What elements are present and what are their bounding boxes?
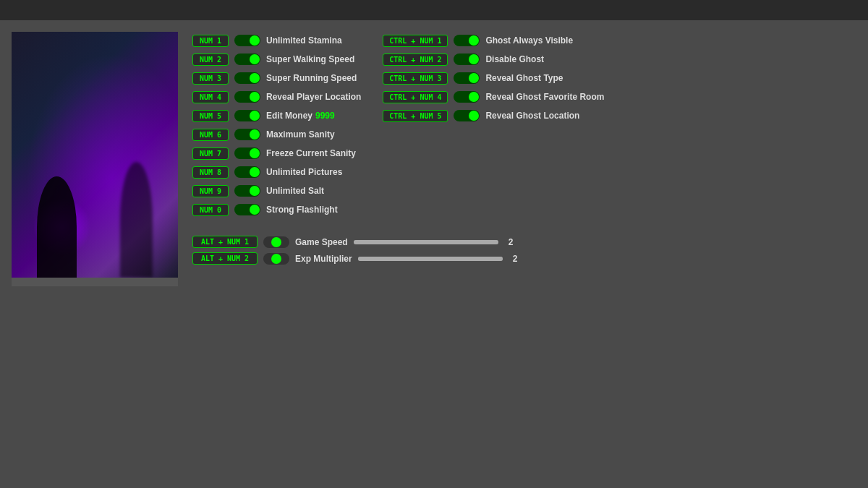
feature-label: Disable Ghost	[485, 54, 544, 64]
feature-label: Reveal Ghost Location	[485, 111, 579, 121]
slider-toggle[interactable]	[263, 253, 289, 265]
key-badge[interactable]: NUM 0	[192, 204, 229, 216]
feature-label: Reveal Player Location	[266, 92, 361, 102]
toggle-switch[interactable]	[234, 53, 260, 65]
hotkey-row-left-9: NUM 0Strong Flashlight	[192, 201, 361, 218]
trainer-label	[12, 278, 178, 286]
toggle-switch[interactable]	[234, 91, 260, 103]
hotkey-row-left-3: NUM 4Reveal Player Location	[192, 88, 361, 106]
silhouette-2	[120, 162, 153, 278]
toggle-knob	[271, 237, 281, 247]
toggle-switch[interactable]	[234, 185, 260, 197]
close-button[interactable]	[848, 3, 862, 17]
hotkey-row-left-1: NUM 2Super Walking Speed	[192, 51, 361, 68]
feature-label: Edit Money9999	[266, 111, 335, 121]
controls-area: NUM 1Unlimited StaminaNUM 2Super Walking…	[192, 32, 856, 286]
slider-fill	[354, 240, 498, 244]
sliders-section: ALT + NUM 1Game Speed2ALT + NUM 2Exp Mul…	[192, 236, 856, 265]
toggle-knob	[250, 35, 260, 46]
feature-label: Unlimited Stamina	[266, 35, 342, 46]
left-column: NUM 1Unlimited StaminaNUM 2Super Walking…	[192, 32, 361, 218]
toggle-knob	[469, 35, 479, 46]
key-badge-wide[interactable]: CTRL + NUM 1	[383, 35, 448, 47]
feature-label: Ghost Always Visible	[485, 35, 573, 46]
toggle-knob	[250, 167, 260, 177]
toggle-switch[interactable]	[454, 35, 480, 46]
slider-fill	[358, 257, 503, 261]
key-badge[interactable]: NUM 4	[192, 91, 229, 103]
slider-value: 2	[513, 254, 518, 264]
toggle-switch[interactable]	[234, 166, 260, 178]
money-value: 9999	[315, 111, 335, 121]
key-badge[interactable]: NUM 5	[192, 110, 229, 122]
hotkey-row-left-5: NUM 6Maximum Sanity	[192, 126, 361, 143]
toggle-knob	[250, 111, 260, 121]
title-bar	[0, 0, 868, 20]
hotkey-row-left-2: NUM 3Super Running Speed	[192, 69, 361, 87]
key-badge[interactable]: NUM 1	[192, 35, 229, 47]
toggle-switch[interactable]	[234, 72, 260, 84]
toggle-knob	[250, 73, 260, 83]
game-sidebar	[12, 32, 178, 286]
hotkeys-grid: NUM 1Unlimited StaminaNUM 2Super Walking…	[192, 32, 856, 218]
toggle-knob	[469, 73, 479, 83]
hotkey-row-left-6: NUM 7Freeze Current Sanity	[192, 145, 361, 162]
key-badge[interactable]: NUM 2	[192, 53, 229, 66]
slider-track[interactable]	[358, 257, 503, 261]
key-badge-wide[interactable]: CTRL + NUM 2	[383, 53, 448, 66]
feature-label: Strong Flashlight	[266, 205, 338, 215]
key-badge[interactable]: NUM 7	[192, 147, 229, 160]
hotkey-row-left-7: NUM 8Unlimited Pictures	[192, 163, 361, 181]
feature-label: Unlimited Pictures	[266, 167, 342, 177]
feature-label: Reveal Ghost Type	[485, 73, 563, 83]
hotkey-row-left-4: NUM 5Edit Money9999	[192, 107, 361, 124]
slider-row-1: ALT + NUM 2Exp Multiplier2	[192, 252, 856, 265]
toggle-switch[interactable]	[454, 72, 480, 84]
toggle-switch[interactable]	[454, 91, 480, 103]
feature-label: Reveal Ghost Favorite Room	[485, 92, 604, 102]
toggle-switch[interactable]	[234, 129, 260, 140]
toggle-switch[interactable]	[454, 53, 480, 65]
toggle-switch[interactable]	[234, 110, 260, 121]
feature-label: Unlimited Salt	[266, 186, 324, 196]
slider-label: Game Speed	[295, 237, 348, 247]
key-badge[interactable]: NUM 9	[192, 185, 229, 197]
slider-toggle[interactable]	[263, 236, 289, 248]
right-column: CTRL + NUM 1Ghost Always VisibleCTRL + N…	[383, 32, 604, 218]
hotkey-row-right-0: CTRL + NUM 1Ghost Always Visible	[383, 32, 604, 49]
toggle-switch[interactable]	[234, 35, 260, 46]
key-badge-wide[interactable]: CTRL + NUM 5	[383, 110, 448, 122]
toggle-knob	[250, 54, 260, 64]
key-badge[interactable]: NUM 8	[192, 166, 229, 179]
hotkey-row-right-3: CTRL + NUM 4Reveal Ghost Favorite Room	[383, 88, 604, 106]
toggle-knob	[469, 111, 479, 121]
toggle-knob	[469, 92, 479, 102]
game-artwork	[12, 32, 178, 278]
toggle-knob	[271, 254, 281, 264]
slider-label: Exp Multiplier	[295, 254, 352, 264]
key-badge[interactable]: NUM 3	[192, 72, 229, 85]
toggle-switch[interactable]	[454, 110, 480, 121]
slider-key-badge[interactable]: ALT + NUM 1	[192, 236, 258, 248]
feature-label: Super Walking Speed	[266, 54, 354, 64]
toggle-knob	[250, 92, 260, 102]
toggle-knob	[250, 129, 260, 140]
feature-label: Maximum Sanity	[266, 129, 335, 140]
key-badge[interactable]: NUM 6	[192, 129, 229, 141]
hotkey-row-right-1: CTRL + NUM 2Disable Ghost	[383, 51, 604, 68]
toggle-switch[interactable]	[234, 204, 260, 215]
toggle-knob	[469, 54, 479, 64]
slider-value: 2	[509, 237, 514, 247]
toggle-knob	[250, 186, 260, 196]
hotkey-row-right-4: CTRL + NUM 5Reveal Ghost Location	[383, 107, 604, 124]
toggle-switch[interactable]	[234, 147, 260, 159]
key-badge-wide[interactable]: CTRL + NUM 4	[383, 91, 448, 103]
slider-key-badge[interactable]: ALT + NUM 2	[192, 252, 258, 265]
toggle-knob	[250, 148, 260, 158]
main-window: NUM 1Unlimited StaminaNUM 2Super Walking…	[0, 0, 868, 488]
slider-track[interactable]	[354, 240, 498, 244]
slider-row-0: ALT + NUM 1Game Speed2	[192, 236, 856, 248]
hotkey-row-right-2: CTRL + NUM 3Reveal Ghost Type	[383, 69, 604, 87]
key-badge-wide[interactable]: CTRL + NUM 3	[383, 72, 448, 85]
silhouette-1	[37, 176, 77, 278]
